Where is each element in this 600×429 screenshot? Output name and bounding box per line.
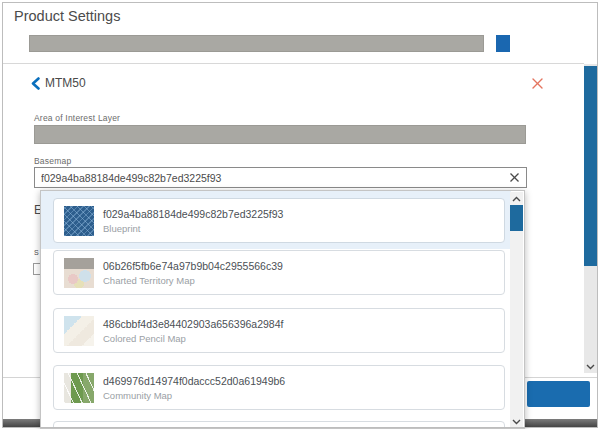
basemap-dropdown-list: f029a4ba88184de499c82b7ed3225f93 Bluepri… [40, 190, 525, 429]
basemap-input[interactable] [34, 167, 527, 188]
item-id: d469976d14974f0daccc52d0a61949b6 [103, 375, 285, 387]
back-button-label[interactable]: MTM50 [45, 76, 86, 90]
close-icon[interactable] [531, 77, 544, 90]
dropdown-scrollbar-thumb[interactable] [510, 205, 523, 231]
colored-pencil-thumbnail [64, 316, 94, 346]
clipped-field-label-2: S [34, 249, 39, 256]
clear-input-icon[interactable] [509, 172, 520, 183]
charted-territory-thumbnail [64, 258, 94, 288]
back-chevron-icon[interactable] [31, 77, 40, 90]
aoi-layer-select[interactable] [34, 125, 526, 144]
page-title: Product Settings [14, 8, 120, 24]
item-title: Charted Territory Map [103, 275, 283, 286]
list-item-charted-territory[interactable]: 06b26f5fb6e74a97b9b04c2955566c39 Charted… [53, 250, 505, 295]
blueprint-thumbnail [64, 206, 94, 236]
list-item-community[interactable]: d469976d14974f0daccc52d0a61949b6 Communi… [53, 365, 505, 410]
dropdown-scrollbar[interactable] [510, 192, 523, 429]
list-item-colored-pencil[interactable]: 486cbbf4d3e84402903a656396a2984f Colored… [53, 308, 505, 353]
blue-square-button[interactable] [496, 35, 510, 52]
scroll-down-icon[interactable] [586, 364, 595, 370]
item-id: f029a4ba88184de499c82b7ed3225f93 [103, 208, 283, 220]
header-placeholder-bar [29, 35, 484, 52]
item-id: 486cbbf4d3e84402903a656396a2984f [103, 318, 283, 330]
scroll-up-icon[interactable] [512, 196, 521, 202]
item-title: Community Map [103, 390, 285, 401]
basemap-label: Basemap [34, 156, 71, 166]
list-item-partial[interactable] [53, 421, 505, 429]
item-title: Blueprint [103, 223, 283, 234]
header-divider [3, 63, 584, 64]
item-title: Colored Pencil Map [103, 333, 283, 344]
product-settings-dialog: Product Settings MTM50 Area of Interest … [0, 0, 600, 429]
community-thumbnail [64, 373, 94, 403]
primary-button[interactable] [527, 381, 590, 407]
main-scrollbar-thumb[interactable] [584, 66, 597, 266]
aoi-layer-label: Area of Interest Layer [34, 113, 120, 123]
item-id: 06b26f5fb6e74a97b9b04c2955566c39 [103, 260, 283, 272]
list-item-blueprint[interactable]: f029a4ba88184de499c82b7ed3225f93 Bluepri… [53, 198, 505, 243]
main-scrollbar[interactable] [584, 64, 597, 373]
scroll-down-icon[interactable] [512, 419, 521, 425]
